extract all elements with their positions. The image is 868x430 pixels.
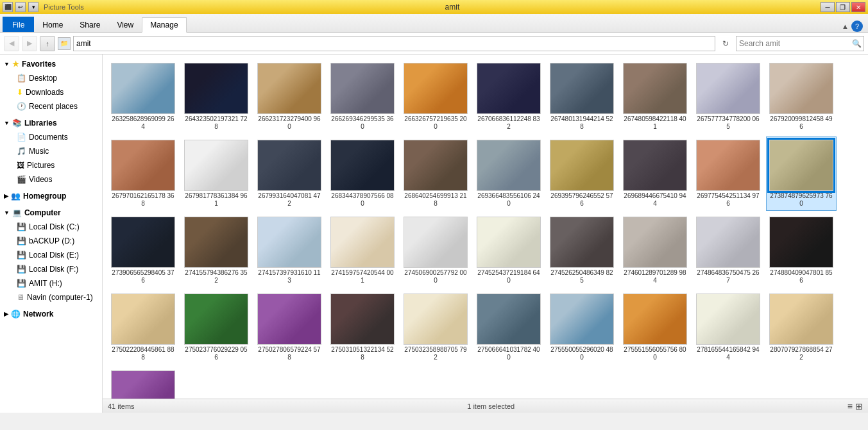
file-name-label: 278165544165842 944 (696, 346, 760, 361)
address-path[interactable]: amit (73, 36, 715, 51)
file-item[interactable]: 274526250486349 825 (547, 213, 617, 288)
libraries-section: ▼ 📚 Libraries 📄 Documents 🎵 Music 🖼 Pict… (0, 116, 102, 186)
file-item[interactable]: 274157397931610 113 (254, 213, 325, 288)
file-name-label: 274157397931610 113 (257, 269, 321, 285)
sidebar-item-local-c[interactable]: 💾 Local Disk (C:) (13, 220, 102, 234)
refresh-button[interactable]: ↻ (718, 36, 733, 51)
item-count: 41 items (108, 402, 135, 410)
file-item[interactable]: 266231723279400 960 (254, 60, 325, 134)
address-bar: ◀ ▶ ↑ 📁 amit ↻ 🔍 (0, 33, 868, 54)
file-thumbnail (257, 294, 321, 345)
file-item[interactable]: 267577734778200 065 (693, 60, 763, 134)
sidebar-item-videos[interactable]: 🎬 Videos (13, 172, 102, 186)
libraries-header[interactable]: ▼ 📚 Libraries (0, 116, 102, 130)
file-item[interactable]: 269689446675410 944 (620, 136, 690, 211)
sidebar-item-downloads[interactable]: ⬇ Downloads (13, 85, 102, 99)
file-item[interactable]: 269775454251134 976 (693, 136, 763, 211)
file-item[interactable]: 268344378907566 080 (327, 136, 398, 211)
documents-icon: 📄 (17, 133, 26, 142)
file-item[interactable]: 267066836112248 832 (473, 60, 544, 134)
file-item[interactable]: 267480131944214 528 (547, 60, 617, 134)
sidebar-item-pictures[interactable]: 🖼 Pictures (13, 158, 102, 172)
close-button[interactable]: ✕ (851, 2, 865, 12)
file-item[interactable]: 266269346299535 360 (327, 60, 398, 134)
homegroup-header[interactable]: ▶ 👥 Homegroup (0, 189, 102, 203)
ribbon-tabs: File Home Share View Manage ▲ ? (0, 14, 868, 32)
file-item[interactable]: 275027806579224 578 (254, 290, 325, 365)
file-item[interactable]: 266326757219635 200 (400, 60, 471, 134)
quick-access-more[interactable]: ▾ (28, 2, 38, 12)
local-e-label: Local Disk (E:) (29, 251, 79, 260)
sidebar-item-local-e[interactable]: 💾 Local Disk (E:) (13, 248, 102, 262)
file-item[interactable]: 267981778361384 961 (181, 136, 251, 211)
search-input[interactable] (736, 39, 849, 48)
title-bar: ⬛ ↩ ▾ Picture Tools amit ─ ❐ ✕ (0, 0, 868, 14)
tab-view[interactable]: View (108, 17, 142, 32)
grid-view-btn[interactable]: ⊞ (855, 401, 863, 411)
file-item[interactable]: 268640254699913 218 (400, 136, 471, 211)
file-item[interactable]: 273874879625973 760 (766, 136, 837, 211)
sidebar-item-recent[interactable]: 🕐 Recent places (13, 99, 102, 113)
search-icon[interactable]: 🔍 (849, 37, 864, 51)
file-item[interactable]: 269395796246552 576 (547, 136, 617, 211)
minimize-button[interactable]: ─ (821, 2, 835, 12)
file-item[interactable]: 269366483556106 240 (473, 136, 544, 211)
computer-section: ▼ 💻 Computer 💾 Local Disk (C:) 💾 bACKUP … (0, 206, 102, 304)
file-item[interactable]: 275066641031782 400 (473, 290, 544, 365)
file-thumbnail (769, 217, 833, 268)
file-item[interactable]: 264323502197321 728 (181, 60, 251, 134)
file-item[interactable]: 274864836750475 267 (693, 213, 763, 288)
file-item[interactable]: 275022208445861 888 (108, 290, 178, 365)
file-item[interactable]: 280707927868854 272 (766, 290, 837, 365)
file-item[interactable]: 275550055296020 480 (547, 290, 617, 365)
file-item[interactable]: 281074164482310 145 (108, 367, 178, 399)
file-item[interactable]: 275032358988705 792 (400, 290, 471, 365)
undo-quick-btn[interactable]: ↩ (15, 2, 26, 12)
up-button[interactable]: ↑ (40, 36, 55, 51)
quick-access-btn[interactable]: ⬛ (3, 2, 13, 12)
help-button[interactable]: ? (851, 21, 863, 32)
sidebar-item-local-f[interactable]: 💾 Local Disk (F:) (13, 262, 102, 276)
file-item[interactable]: 267970162165178 368 (108, 136, 178, 211)
file-item[interactable]: 275023776029229 056 (181, 290, 251, 365)
file-item[interactable]: 274159757420544 001 (327, 213, 398, 288)
pictures-icon: 🖼 (17, 161, 24, 170)
file-item[interactable]: 275031051322134 528 (327, 290, 398, 365)
sidebar-item-backup-d[interactable]: 💾 bACKUP (D:) (13, 234, 102, 248)
file-item[interactable]: 267480598422118 401 (620, 60, 690, 134)
tab-manage[interactable]: Manage (142, 17, 186, 33)
file-item[interactable]: 274525437219184 640 (473, 213, 544, 288)
file-thumbnail (111, 294, 175, 345)
file-item[interactable]: 275551556055756 800 (620, 290, 690, 365)
file-name-label: 275032358988705 792 (404, 346, 468, 361)
file-item[interactable]: 274880409047801 856 (766, 213, 837, 288)
file-item[interactable]: 274155794386276 352 (181, 213, 251, 288)
back-button[interactable]: ◀ (4, 36, 19, 51)
file-name-label: 269366483556106 240 (477, 192, 541, 208)
tab-share[interactable]: Share (71, 17, 108, 32)
tab-home[interactable]: Home (34, 17, 71, 32)
favorites-header[interactable]: ▼ ★ Favorites (0, 57, 102, 71)
forward-button[interactable]: ▶ (22, 36, 37, 51)
network-header[interactable]: ▶ 🌐 Network (0, 307, 102, 321)
file-grid[interactable]: 263258628969099 264264323502197321 72826… (103, 54, 868, 399)
sidebar-item-amit-h[interactable]: 💾 AMIT (H:) (13, 276, 102, 290)
sidebar-item-desktop[interactable]: 📋 Desktop (13, 71, 102, 85)
file-thumbnail (111, 63, 175, 114)
sidebar-item-documents[interactable]: 📄 Documents (13, 130, 102, 144)
list-view-btn[interactable]: ≡ (847, 401, 853, 411)
file-item[interactable]: 263258628969099 264 (108, 60, 178, 134)
tab-file[interactable]: File (3, 17, 34, 32)
file-item[interactable]: 273906565298405 376 (108, 213, 178, 288)
file-name-label: 267970162165178 368 (111, 192, 175, 208)
file-item[interactable]: 267920099812458 496 (766, 60, 837, 134)
sidebar-item-navin[interactable]: 🖥 Navin (computer-1) (13, 290, 102, 304)
computer-header[interactable]: ▼ 💻 Computer (0, 206, 102, 220)
file-item[interactable]: 274601289701289 984 (620, 213, 690, 288)
ribbon-collapse-btn[interactable]: ▲ (842, 22, 849, 30)
file-item[interactable]: 278165544165842 944 (693, 290, 763, 365)
file-item[interactable]: 274506900257792 000 (400, 213, 471, 288)
restore-button[interactable]: ❐ (836, 2, 850, 12)
file-item[interactable]: 267993164047081 472 (254, 136, 325, 211)
sidebar-item-music[interactable]: 🎵 Music (13, 144, 102, 158)
